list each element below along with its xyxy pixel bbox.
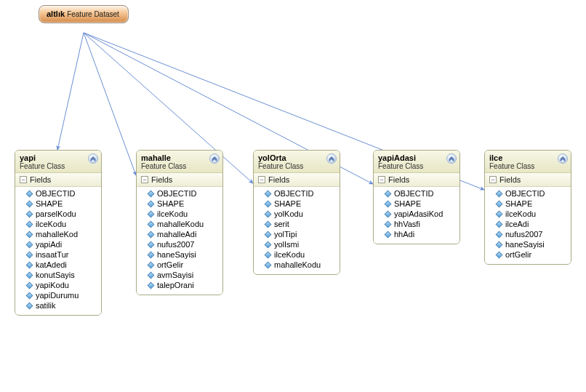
field-item[interactable]: SHAPE: [137, 199, 222, 209]
field-name: ilceKodu: [36, 220, 66, 228]
field-item[interactable]: ilceKodu: [485, 209, 571, 219]
feature-class-yapiAdasi[interactable]: yapiAdasiFeature ClassFieldsOBJECTIDSHAP…: [373, 150, 460, 244]
collapse-fields-icon[interactable]: [258, 176, 265, 183]
field-item[interactable]: ilceKodu: [254, 249, 340, 260]
class-subtitle: Feature Class: [258, 162, 335, 170]
feature-class-yolOrta[interactable]: yolOrtaFeature ClassFieldsOBJECTIDSHAPEy…: [253, 150, 340, 275]
field-item[interactable]: konutSayis: [15, 270, 101, 280]
field-icon: [26, 210, 33, 217]
field-name: parselKodu: [36, 209, 76, 218]
field-item[interactable]: OBJECTID: [15, 188, 101, 199]
class-subtitle: Feature Class: [141, 162, 218, 170]
collapse-fields-icon[interactable]: [489, 176, 497, 183]
feature-dataset-node[interactable]: altlık Feature Dataset: [39, 5, 129, 23]
field-item[interactable]: SHAPE: [15, 199, 101, 209]
class-header[interactable]: mahalleFeature Class: [137, 151, 222, 173]
field-item[interactable]: hhAdi: [374, 229, 459, 239]
field-icon: [496, 200, 503, 207]
field-item[interactable]: SHAPE: [485, 199, 571, 209]
field-item[interactable]: OBJECTID: [485, 188, 571, 199]
field-icon: [496, 210, 503, 217]
field-item[interactable]: haneSayisi: [485, 239, 571, 249]
field-icon: [385, 210, 392, 217]
fields-header[interactable]: Fields: [15, 173, 101, 187]
fields-header[interactable]: Fields: [485, 173, 571, 187]
dataset-title: altlık: [47, 9, 65, 18]
field-item[interactable]: ortGelir: [485, 249, 571, 260]
field-item[interactable]: ilceKodu: [137, 209, 222, 219]
field-item[interactable]: yolKodu: [254, 209, 340, 219]
field-name: nufus2007: [157, 240, 194, 249]
field-item[interactable]: parselKodu: [15, 209, 101, 219]
class-header[interactable]: yolOrtaFeature Class: [254, 151, 340, 173]
field-name: OBJECTID: [157, 189, 196, 198]
field-item[interactable]: yapiKodu: [15, 280, 101, 290]
field-icon: [496, 190, 503, 197]
field-icon: [148, 241, 155, 248]
field-item[interactable]: SHAPE: [374, 199, 459, 209]
class-header[interactable]: ilceFeature Class: [485, 151, 571, 173]
field-item[interactable]: talepOrani: [137, 280, 222, 290]
field-item[interactable]: yolIsmi: [254, 239, 340, 249]
field-name: SHAPE: [157, 199, 184, 208]
field-item[interactable]: yapiDurumu: [15, 290, 101, 300]
collapse-fields-icon[interactable]: [378, 176, 385, 183]
fields-header[interactable]: Fields: [374, 173, 459, 187]
field-icon: [496, 251, 503, 258]
field-item[interactable]: SHAPE: [254, 199, 340, 209]
field-item[interactable]: mahalleKodu: [254, 260, 340, 270]
fields-header[interactable]: Fields: [137, 173, 222, 187]
field-item[interactable]: ilceAdi: [485, 219, 571, 229]
collapse-icon[interactable]: [446, 153, 457, 164]
field-item[interactable]: hhVasfi: [374, 219, 459, 229]
field-item[interactable]: OBJECTID: [374, 188, 459, 199]
field-item[interactable]: ilceKodu: [15, 219, 101, 229]
field-item[interactable]: OBJECTID: [254, 188, 340, 199]
field-item[interactable]: nufus2007: [485, 229, 571, 239]
field-name: insaatTur: [36, 250, 68, 259]
field-name: ilceAdi: [505, 220, 529, 228]
field-item[interactable]: nufus2007: [137, 239, 222, 249]
field-item[interactable]: yapiAdi: [15, 239, 101, 249]
collapse-icon[interactable]: [209, 153, 220, 164]
field-name: serit: [274, 220, 289, 228]
class-header[interactable]: yapiAdasiFeature Class: [374, 151, 459, 173]
field-item[interactable]: mahalleKodu: [137, 219, 222, 229]
collapse-icon[interactable]: [88, 153, 98, 164]
field-icon: [148, 251, 155, 258]
collapse-fields-icon[interactable]: [20, 176, 27, 183]
field-item[interactable]: haneSayisi: [137, 249, 222, 260]
field-icon: [148, 271, 155, 279]
field-item[interactable]: mahalleKod: [15, 229, 101, 239]
field-item[interactable]: insaatTur: [15, 249, 101, 260]
field-item[interactable]: satilik: [15, 300, 101, 311]
class-title: mahalle: [141, 153, 218, 162]
field-name: SHAPE: [274, 199, 301, 208]
field-name: OBJECTID: [36, 189, 75, 198]
field-icon: [148, 190, 155, 197]
feature-class-yapi[interactable]: yapiFeature ClassFieldsOBJECTIDSHAPEpars…: [15, 150, 102, 316]
field-item[interactable]: ortGelir: [137, 260, 222, 270]
feature-class-mahalle[interactable]: mahalleFeature ClassFieldsOBJECTIDSHAPEi…: [136, 150, 223, 295]
collapse-icon[interactable]: [326, 153, 337, 164]
field-name: yapiAdi: [36, 240, 62, 249]
field-item[interactable]: serit: [254, 219, 340, 229]
field-icon: [265, 190, 272, 197]
field-item[interactable]: yapiAdasiKod: [374, 209, 459, 219]
field-name: ortGelir: [505, 250, 531, 259]
collapse-icon[interactable]: [558, 153, 568, 164]
field-name: yapiKodu: [36, 281, 69, 289]
field-name: hhVasfi: [394, 220, 420, 228]
collapse-fields-icon[interactable]: [141, 176, 148, 183]
field-item[interactable]: OBJECTID: [137, 188, 222, 199]
field-item[interactable]: katAdedi: [15, 260, 101, 270]
class-header[interactable]: yapiFeature Class: [15, 151, 101, 173]
field-item[interactable]: yolTipi: [254, 229, 340, 239]
field-item[interactable]: avmSayisi: [137, 270, 222, 280]
field-icon: [265, 231, 272, 238]
field-icon: [26, 292, 33, 299]
class-title: yolOrta: [258, 153, 335, 162]
feature-class-ilce[interactable]: ilceFeature ClassFieldsOBJECTIDSHAPEilce…: [484, 150, 571, 265]
field-item[interactable]: mahalleAdi: [137, 229, 222, 239]
fields-header[interactable]: Fields: [254, 173, 340, 187]
